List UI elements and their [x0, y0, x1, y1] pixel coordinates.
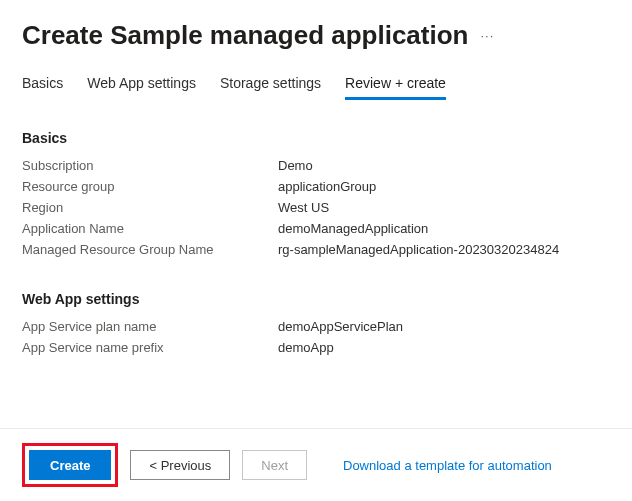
summary-label: Managed Resource Group Name	[22, 242, 278, 257]
summary-row: Resource group applicationGroup	[22, 179, 610, 194]
summary-value: demoManagedApplication	[278, 221, 428, 236]
summary-label: Resource group	[22, 179, 278, 194]
summary-value: rg-sampleManagedApplication-202303202348…	[278, 242, 559, 257]
create-button[interactable]: Create	[29, 450, 111, 480]
download-template-link[interactable]: Download a template for automation	[343, 458, 552, 473]
tab-storage-settings[interactable]: Storage settings	[220, 71, 321, 100]
summary-value: demoAppServicePlan	[278, 319, 403, 334]
section-basics: Basics Subscription Demo Resource group …	[22, 130, 610, 257]
tab-basics[interactable]: Basics	[22, 71, 63, 100]
summary-label: Subscription	[22, 158, 278, 173]
summary-label: Region	[22, 200, 278, 215]
next-button: Next	[242, 450, 307, 480]
section-heading-basics: Basics	[22, 130, 610, 146]
summary-row: Application Name demoManagedApplication	[22, 221, 610, 236]
previous-button[interactable]: < Previous	[130, 450, 230, 480]
section-heading-webapp: Web App settings	[22, 291, 610, 307]
more-icon[interactable]: ···	[480, 28, 494, 43]
summary-value: demoApp	[278, 340, 334, 355]
summary-label: Application Name	[22, 221, 278, 236]
summary-row: Region West US	[22, 200, 610, 215]
highlight-create: Create	[22, 443, 118, 487]
tab-web-app-settings[interactable]: Web App settings	[87, 71, 196, 100]
tab-review-create[interactable]: Review + create	[345, 71, 446, 100]
page-title: Create Sample managed application	[22, 20, 468, 51]
summary-label: App Service name prefix	[22, 340, 278, 355]
summary-value: West US	[278, 200, 329, 215]
summary-row: App Service name prefix demoApp	[22, 340, 610, 355]
footer-bar: Create < Previous Next Download a templa…	[0, 428, 632, 501]
summary-value: Demo	[278, 158, 313, 173]
tab-bar: Basics Web App settings Storage settings…	[22, 71, 610, 100]
summary-row: App Service plan name demoAppServicePlan	[22, 319, 610, 334]
section-web-app-settings: Web App settings App Service plan name d…	[22, 291, 610, 355]
summary-value: applicationGroup	[278, 179, 376, 194]
summary-row: Managed Resource Group Name rg-sampleMan…	[22, 242, 610, 257]
summary-label: App Service plan name	[22, 319, 278, 334]
summary-row: Subscription Demo	[22, 158, 610, 173]
